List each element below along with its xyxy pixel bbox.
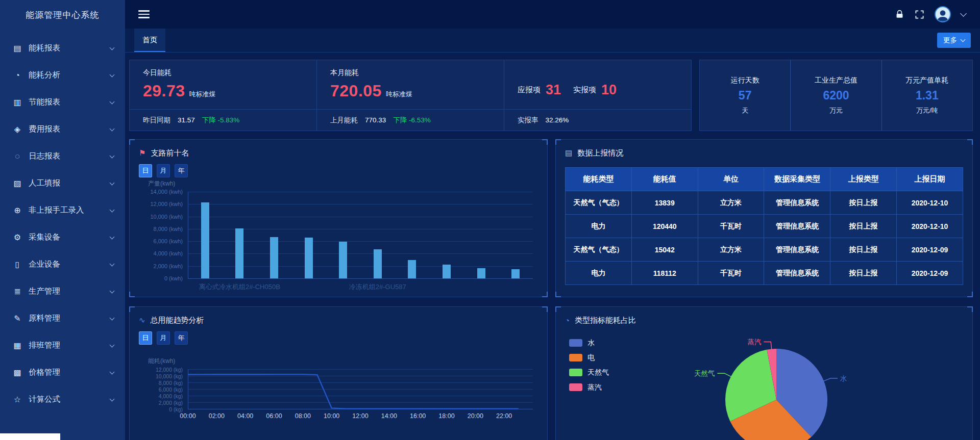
pie-label-line [717,373,732,377]
energy-report-icon: ▤ [12,43,22,53]
period-tab-日[interactable]: 日 [139,164,152,177]
fullscreen-icon[interactable] [915,10,924,19]
y-tick-label: 12,000 (kwh) [135,201,183,207]
y-tick-label: 0 (kwh) [135,275,183,281]
table-row: 天然气（气态）15042立方米管理信息系统按日上报2020-12-09 [566,238,963,262]
due-items-value: 31 [546,82,561,98]
sidebar-item-label: 价格管理 [29,367,110,378]
sidebar-item-节能报表[interactable]: ▥节能报表 [0,89,125,116]
sidebar-item-采集设备[interactable]: ⚙采集设备 [0,224,125,251]
kpi-trend: 下降 -5.83% [202,116,240,125]
period-tab-月[interactable]: 月 [157,331,170,345]
panel-title: 支路前十名 [151,148,189,158]
table-cell: 按日上报 [830,238,897,262]
sidebar-item-label: 原料管理 [29,313,110,324]
sidebar-item-排班管理[interactable]: ▦排班管理 [0,332,125,359]
collection-device-icon: ⚙ [12,232,22,242]
sidebar-item-label: 能耗分析 [29,70,110,81]
sidebar-item-生产管理[interactable]: ≣生产管理 [0,278,125,305]
legend-item-蒸汽[interactable]: 蒸汽 [569,380,609,395]
corner-accent [555,139,561,145]
bar [511,269,520,278]
kpi-unit: 吨标准煤 [189,90,216,99]
x-tick-label: 16:00 [410,412,426,420]
corner-accent [967,306,973,312]
table-cell: 2020-12-10 [897,191,963,215]
sidebar-item-能耗分析[interactable]: ◔能耗分析 [0,62,125,89]
kpi-sub-label: 昨日同期 [143,116,170,125]
tab-home[interactable]: 首页 [134,29,165,52]
pie-legend: 水电天然气蒸汽 [569,335,609,395]
y-tick-label: 2,000 (kwh) [135,263,183,269]
table-cell: 13839 [631,191,698,215]
log-report-icon: ◌ [12,152,22,161]
pie-label-天然气: 天然气 [694,370,715,377]
topbar [125,0,980,29]
period-tab-年[interactable]: 年 [175,164,188,177]
period-tab-年[interactable]: 年 [175,331,188,345]
stat-value: 57 [739,89,752,102]
sidebar-item-非上报手工录入[interactable]: ⊕非上报手工录入 [0,197,125,224]
lock-icon[interactable] [895,10,904,19]
legend-item-天然气[interactable]: 天然气 [569,365,609,380]
table-cell: 立方米 [698,238,764,262]
x-tick-label: 04:00 [237,412,253,420]
legend-item-电[interactable]: 电 [569,350,609,365]
report-rate-label: 实报率 [518,116,538,125]
more-button[interactable]: 更多 [937,33,971,48]
sidebar-item-费用报表[interactable]: ◈费用报表 [0,116,125,143]
legend-swatch [569,383,582,391]
period-tab-月[interactable]: 月 [157,164,170,177]
x-tick-label: 18:00 [438,412,454,420]
table-row: 电力118112千瓦时管理信息系统按日上报2020-12-09 [566,262,963,285]
sidebar-item-原料管理[interactable]: ✎原料管理 [0,305,125,332]
x-tick-label: 22:00 [496,412,512,420]
table-row: 电力120440千瓦时管理信息系统按日上报2020-12-10 [566,215,963,238]
legend-item-水[interactable]: 水 [569,335,609,350]
kpi-month-energy: 本月能耗 720.05 吨标准煤 上月能耗 770.33 下降 -6.53% [316,60,504,131]
shift-management-icon: ▦ [12,341,22,350]
sidebar-item-能耗报表[interactable]: ▤能耗报表 [0,35,125,62]
panel-title: 类型指标能耗占比 [575,316,636,325]
period-tabs: 日月年 [130,329,547,347]
table-cell: 管理信息系统 [764,262,830,285]
sidebar-item-label: 生产管理 [29,286,110,297]
trend-line [135,347,539,411]
y-tick-label: 14,000 (kwh) [135,189,183,195]
bar [374,249,382,278]
sidebar-item-label: 费用报表 [29,124,110,135]
chevron-down-icon [110,288,115,293]
energy-analysis-icon: ◔ [12,71,22,80]
avatar[interactable] [935,6,951,22]
horizontal-scrollbar[interactable] [0,433,60,440]
branch-chart-icon: ⚑ [139,148,145,158]
y-axis-title: 产量(kwh) [148,179,175,188]
period-tab-日[interactable]: 日 [139,331,152,345]
y-tick-label: 10,000 (kwh) [135,214,183,220]
corner-accent [967,139,973,145]
sidebar-item-人工填报[interactable]: ▨人工填报 [0,170,125,197]
trend-chart-icon: ∿ [139,316,145,325]
pie-chart: 水电天然气蒸汽 [617,329,954,440]
table-cell: 管理信息系统 [764,215,830,238]
menu-toggle-icon[interactable] [138,8,150,20]
sidebar-item-价格管理[interactable]: ▩价格管理 [0,359,125,386]
sidebar-item-日志报表[interactable]: ◌日志报表 [0,143,125,170]
sidebar-item-label: 企业设备 [29,259,110,270]
pie-label-蒸汽: 蒸汽 [747,338,762,346]
corner-accent [542,139,548,145]
x-tick-label: 08:00 [295,412,311,420]
y-tick-label: 8,000 (kwh) [135,226,183,232]
pie-chart-icon: ◔ [565,316,570,325]
table-cell: 按日上报 [830,191,897,215]
corner-accent [129,139,135,145]
legend-swatch [569,339,582,347]
user-menu-chevron-icon[interactable] [960,10,967,17]
kpi-value: 29.73 [143,82,185,100]
sidebar-item-计算公式[interactable]: ☆计算公式 [0,386,125,413]
price-management-icon: ▩ [12,368,22,377]
sidebar-item-企业设备[interactable]: ▯企业设备 [0,251,125,278]
x-tick-label: 10:00 [324,412,339,420]
x-axis-label: 冷冻机组2#-GU587 [349,282,406,292]
chevron-down-icon [110,153,115,158]
